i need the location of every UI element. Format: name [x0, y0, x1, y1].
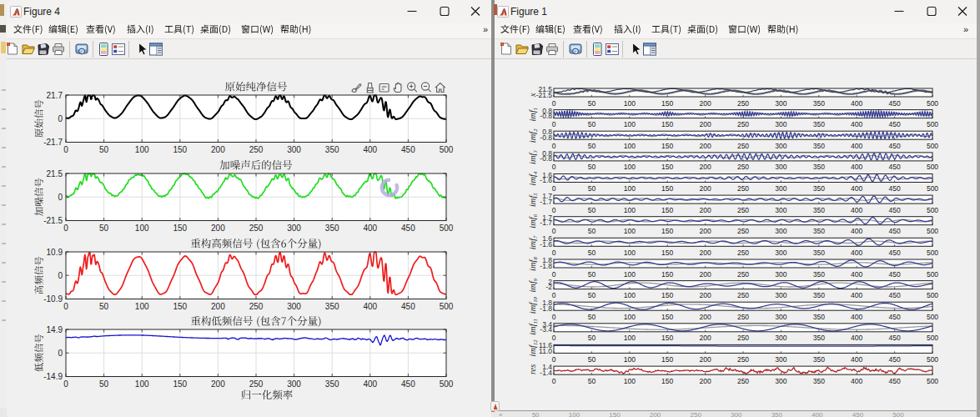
svg-text:-0.8: -0.8 [540, 154, 552, 163]
svg-text:500: 500 [927, 142, 938, 150]
svg-text:250: 250 [737, 313, 749, 321]
svg-text:400: 400 [851, 163, 862, 171]
svg-text:100: 100 [624, 313, 636, 321]
svg-text:250: 250 [249, 145, 264, 154]
svg-text:500: 500 [927, 184, 938, 193]
svg-text:-3.4: -3.4 [540, 325, 552, 334]
svg-text:250: 250 [737, 163, 749, 171]
svg-text:250: 250 [737, 142, 749, 150]
svg-text:200: 200 [700, 206, 711, 214]
svg-text:50: 50 [588, 270, 596, 279]
svg-text:400: 400 [851, 313, 862, 321]
svg-text:50: 50 [588, 120, 596, 128]
svg-text:50: 50 [588, 291, 596, 299]
svg-text:300: 300 [775, 334, 787, 342]
svg-text:300: 300 [775, 377, 787, 385]
svg-text:400: 400 [851, 377, 862, 385]
svg-text:500: 500 [927, 163, 938, 171]
svg-text:200: 200 [700, 291, 711, 299]
svg-text:0: 0 [552, 184, 556, 193]
svg-text:250: 250 [737, 120, 749, 128]
svg-text:300: 300 [775, 249, 787, 257]
svg-text:21.7: 21.7 [47, 91, 63, 100]
svg-text:250: 250 [249, 302, 264, 311]
svg-text:150: 150 [173, 379, 187, 389]
svg-text:100: 100 [135, 379, 149, 389]
svg-text:350: 350 [813, 355, 825, 364]
svg-text:300: 300 [775, 99, 787, 108]
svg-text:100: 100 [624, 184, 636, 193]
svg-text:450: 450 [401, 302, 415, 311]
svg-text:100: 100 [624, 99, 636, 108]
svg-text:450: 450 [889, 99, 901, 108]
svg-text:imf12: imf12 [528, 339, 538, 357]
svg-text:450: 450 [889, 377, 901, 385]
svg-text:0: 0 [58, 271, 63, 280]
svg-text:150: 150 [661, 184, 673, 193]
svg-text:400: 400 [851, 334, 862, 342]
svg-text:50: 50 [99, 302, 109, 311]
svg-text:-1.4: -1.4 [540, 369, 552, 377]
svg-text:350: 350 [813, 184, 825, 193]
svg-text:500: 500 [927, 206, 938, 214]
svg-text:50: 50 [588, 184, 596, 193]
svg-text:150: 150 [661, 355, 673, 364]
svg-text:150: 150 [173, 224, 187, 233]
svg-text:450: 450 [889, 120, 901, 128]
svg-text:100: 100 [624, 355, 636, 364]
svg-text:250: 250 [249, 224, 264, 233]
svg-text:0: 0 [58, 349, 63, 358]
svg-text:0: 0 [552, 291, 556, 299]
svg-text:200: 200 [700, 249, 711, 257]
svg-text:350: 350 [813, 227, 825, 235]
svg-text:350: 350 [813, 163, 825, 171]
svg-text:400: 400 [851, 249, 862, 257]
svg-text:-10.9: -10.9 [43, 294, 63, 304]
svg-text:300: 300 [775, 120, 787, 128]
svg-text:200: 200 [700, 184, 711, 193]
svg-text:100: 100 [135, 145, 149, 154]
svg-text:200: 200 [700, 120, 711, 128]
svg-text:imf4: imf4 [528, 171, 538, 185]
svg-text:300: 300 [775, 163, 787, 171]
svg-text:50: 50 [588, 313, 596, 321]
svg-text:100: 100 [624, 142, 636, 150]
svg-text:250: 250 [737, 184, 749, 193]
svg-text:0: 0 [552, 334, 556, 342]
svg-text:300: 300 [287, 145, 301, 154]
svg-text:imf9: imf9 [528, 278, 538, 292]
svg-text:0: 0 [552, 355, 556, 364]
svg-text:21.5: 21.5 [47, 169, 63, 178]
svg-text:450: 450 [889, 206, 901, 214]
svg-text:0: 0 [63, 224, 68, 233]
svg-text:350: 350 [813, 334, 825, 342]
svg-text:0: 0 [552, 377, 556, 385]
svg-text:-1.6: -1.6 [540, 176, 552, 184]
svg-text:200: 200 [211, 145, 225, 154]
svg-text:200: 200 [700, 313, 711, 321]
svg-text:500: 500 [440, 224, 454, 233]
svg-text:imf8: imf8 [528, 257, 538, 271]
svg-text:100: 100 [624, 120, 636, 128]
svg-text:500: 500 [927, 355, 938, 364]
svg-text:10.9: 10.9 [47, 248, 63, 257]
svg-text:350: 350 [325, 379, 339, 389]
svg-text:450: 450 [889, 227, 901, 235]
svg-text:150: 150 [661, 206, 673, 214]
svg-text:450: 450 [889, 313, 901, 321]
svg-text:0: 0 [63, 145, 68, 154]
svg-text:250: 250 [737, 206, 749, 214]
svg-text:imf7: imf7 [528, 235, 538, 249]
svg-text:100: 100 [624, 163, 636, 171]
svg-text:450: 450 [889, 334, 901, 342]
svg-text:50: 50 [588, 99, 596, 108]
svg-text:350: 350 [325, 145, 339, 154]
svg-text:100: 100 [135, 302, 149, 311]
svg-text:-0.8: -0.8 [540, 133, 552, 142]
svg-text:50: 50 [588, 163, 596, 171]
svg-text:500: 500 [927, 334, 938, 342]
svg-text:200: 200 [700, 270, 711, 279]
svg-text:-2: -2 [545, 283, 552, 291]
svg-text:200: 200 [700, 334, 711, 342]
svg-text:200: 200 [211, 302, 225, 311]
